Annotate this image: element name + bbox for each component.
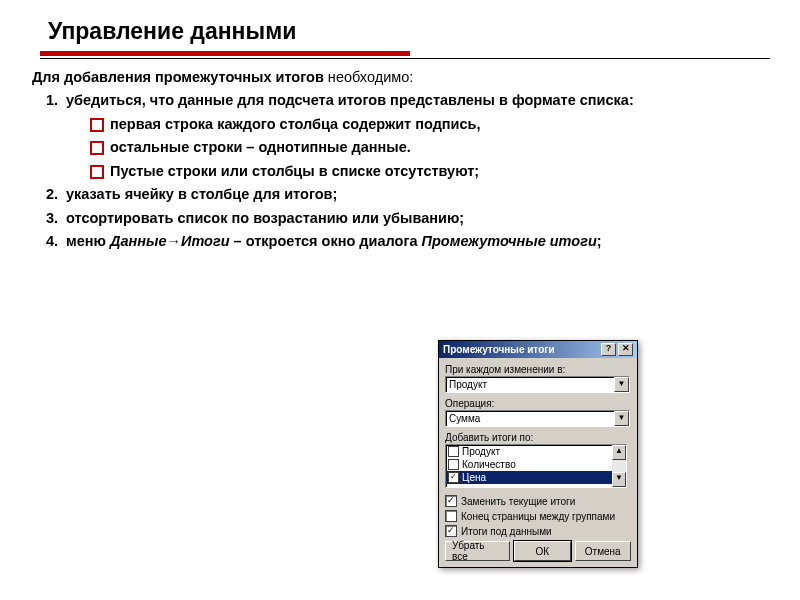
ok-button[interactable]: ОК [514,541,571,561]
label-add-totals: Добавить итоги по: [445,432,631,443]
label-operation: Операция: [445,398,631,409]
operation-select[interactable]: Сумма ▼ [445,410,630,427]
sub-item-2: остальные строки – однотипные данные. [90,138,772,158]
step-4: меню Данные→Итоги – откроется окно диало… [62,232,772,252]
list-item-label: Продукт [462,446,500,457]
intro-text: Для добавления промежуточных итогов необ… [32,69,772,85]
sub-item-1: первая строка каждого столбца содержит п… [90,115,772,135]
page-title: Управление данными [48,18,772,45]
title-underline [40,51,410,56]
list-item[interactable]: Продукт [446,445,626,458]
close-button[interactable]: ✕ [618,343,633,356]
step-2: указать ячейку в столбце для итогов; [62,185,772,205]
title-underline-thin [40,58,770,59]
list-item-label: Цена [462,472,486,483]
intro-rest: необходимо: [324,69,413,85]
step-4-mid: – откроется окно диалога [230,233,422,249]
list-item[interactable]: Количество [446,458,626,471]
operation-value: Сумма [449,413,480,424]
subtotals-dialog: Промежуточные итоги ? ✕ При каждом измен… [438,340,638,568]
scroll-down-icon[interactable]: ▼ [612,472,626,487]
step-4-prefix: меню [66,233,110,249]
intro-bold: Для добавления промежуточных итогов [32,69,324,85]
checkbox-icon[interactable] [448,459,459,470]
checkbox-under-data-label: Итоги под данными [461,526,552,537]
chevron-down-icon[interactable]: ▼ [614,411,629,426]
scroll-up-icon[interactable]: ▲ [612,445,626,460]
step-4-menu-2: Итоги [181,233,230,249]
checkbox-page-break-label: Конец страницы между группами [461,511,615,522]
help-button[interactable]: ? [601,343,616,356]
checkbox-icon[interactable] [448,446,459,457]
checkbox-replace[interactable]: ✓ [445,495,457,507]
chevron-down-icon[interactable]: ▼ [614,377,629,392]
list-item-label: Количество [462,459,516,470]
sub-item-3: Пустые строки или столбцы в списке отсут… [90,162,772,182]
checkbox-icon[interactable]: ✓ [448,472,459,483]
scrollbar[interactable]: ▲ ▼ [612,445,626,487]
step-3: отсортировать список по возрастанию или … [62,209,772,229]
step-4-dialog-name: Промежуточные итоги [422,233,597,249]
step-1: убедиться, что данные для подсчета итого… [62,91,772,181]
step-1-sublist: первая строка каждого столбца содержит п… [90,115,772,182]
change-in-value: Продукт [449,379,487,390]
arrow-right-icon: → [166,233,181,249]
change-in-select[interactable]: Продукт ▼ [445,376,630,393]
checkbox-replace-label: Заменить текущие итоги [461,496,575,507]
cancel-button[interactable]: Отмена [575,541,632,561]
list-item[interactable]: ✓ Цена [446,471,626,484]
dialog-titlebar[interactable]: Промежуточные итоги ? ✕ [439,341,637,358]
add-totals-listbox[interactable]: Продукт Количество ✓ Цена ▲ ▼ [445,444,627,488]
dialog-title: Промежуточные итоги [443,344,555,355]
step-4-menu-1: Данные [110,233,167,249]
checkbox-under-data[interactable]: ✓ [445,525,457,537]
clear-all-button[interactable]: Убрать все [445,541,510,561]
steps-list: убедиться, что данные для подсчета итого… [62,91,772,252]
checkbox-page-break[interactable] [445,510,457,522]
step-1-text: убедиться, что данные для подсчета итого… [66,92,634,108]
label-change-in: При каждом изменении в: [445,364,631,375]
step-4-end: ; [597,233,602,249]
